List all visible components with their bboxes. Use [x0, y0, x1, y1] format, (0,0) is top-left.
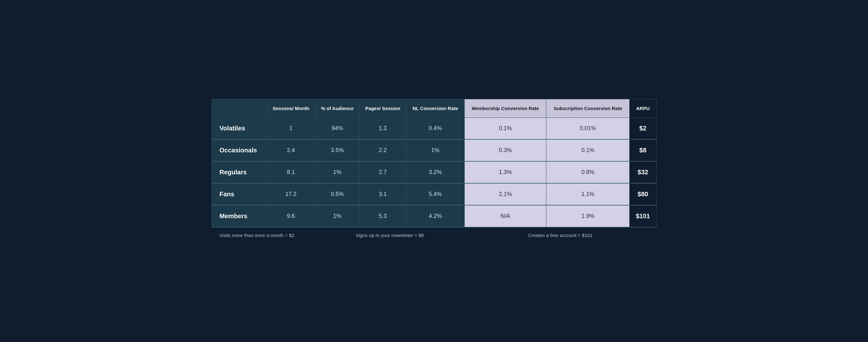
main-table-container: Sessons/ Month % of Audience Pages/ Sess… [212, 99, 657, 243]
table-row: Volatiles194%1.30.4%0.1%0.01%$2 [212, 118, 656, 140]
header-label-col [212, 99, 267, 118]
row-audience: 94% [315, 118, 360, 140]
row-pages: 3.1 [360, 183, 406, 205]
row-membership: 1.3% [464, 161, 546, 183]
footer-left: Visits more than once a month = $2 [212, 227, 315, 243]
row-label: Occasionals [212, 139, 267, 161]
row-arpu: $80 [629, 183, 656, 205]
footer-center: Signs up to your newsletter = $8 [315, 227, 465, 243]
row-nl-conversion: 3.2% [406, 161, 464, 183]
header-pages: Pages/ Session [360, 99, 406, 118]
row-pages: 1.3 [360, 118, 406, 140]
row-label: Regulars [212, 161, 267, 183]
footer-right: Creates a free account = $101 [464, 227, 656, 243]
row-nl-conversion: 0.4% [406, 118, 464, 140]
table-row: Fans17.20.5%3.15.4%2.1%1.1%$80 [212, 183, 656, 205]
row-nl-conversion: 5.4% [406, 183, 464, 205]
row-sessions: 1 [267, 118, 315, 140]
row-membership: N/A [464, 205, 546, 227]
row-nl-conversion: 1% [406, 139, 464, 161]
header-arpu: ARPU [629, 99, 656, 118]
row-sessions: 9.6 [267, 205, 315, 227]
row-subscription: 1.1% [546, 183, 630, 205]
row-membership: 2.1% [464, 183, 546, 205]
row-arpu: $8 [629, 139, 656, 161]
row-audience: 0.5% [315, 183, 360, 205]
header-sessions: Sessons/ Month [267, 99, 315, 118]
row-pages: 2.7 [360, 161, 406, 183]
row-pages: 2.2 [360, 139, 406, 161]
table-row: Occasionals2.43.5%2.21%0.3%0.1%$8 [212, 139, 656, 161]
row-audience: 3.5% [315, 139, 360, 161]
row-subscription: 0.1% [546, 139, 630, 161]
row-arpu: $2 [629, 118, 656, 140]
header-membership: Membership Conversion Rate [464, 99, 546, 118]
row-pages: 5.3 [360, 205, 406, 227]
row-sessions: 17.2 [267, 183, 315, 205]
header-nl-conversion: NL Conversion Rate [406, 99, 464, 118]
row-subscription: 1.9% [546, 205, 630, 227]
row-arpu: $32 [629, 161, 656, 183]
data-table: Sessons/ Month % of Audience Pages/ Sess… [212, 99, 657, 243]
row-nl-conversion: 4.2% [406, 205, 464, 227]
row-label: Members [212, 205, 267, 227]
row-label: Fans [212, 183, 267, 205]
row-sessions: 8.1 [267, 161, 315, 183]
header-subscription: Subscription Conversion Rate [546, 99, 630, 118]
row-arpu: $101 [629, 205, 656, 227]
row-audience: 1% [315, 161, 360, 183]
row-audience: 1% [315, 205, 360, 227]
row-sessions: 2.4 [267, 139, 315, 161]
row-subscription: 0.01% [546, 118, 630, 140]
row-membership: 0.1% [464, 118, 546, 140]
header-audience: % of Audience [315, 99, 360, 118]
row-membership: 0.3% [464, 139, 546, 161]
table-row: Regulars8.11%2.73.2%1.3%0.8%$32 [212, 161, 656, 183]
table-row: Members9.61%5.34.2%N/A1.9%$101 [212, 205, 656, 227]
row-label: Volatiles [212, 118, 267, 140]
row-subscription: 0.8% [546, 161, 630, 183]
